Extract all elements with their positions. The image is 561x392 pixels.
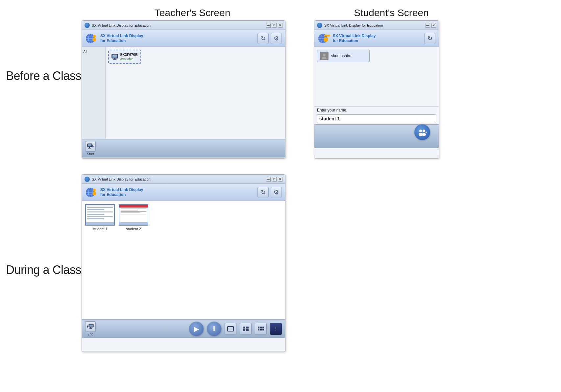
- before-class-label: Before a Class: [6, 69, 81, 83]
- titlebar-text: SX Virtual Link Display for Education: [92, 23, 266, 27]
- svg-rect-42: [89, 325, 93, 327]
- svg-rect-56: [262, 329, 264, 330]
- thumbnail-grid: student 1 student 2: [82, 201, 285, 234]
- device-tile[interactable]: SX3F670B Available: [108, 50, 141, 64]
- device-name-text: SX3F670B: [120, 52, 138, 57]
- during-window-controls[interactable]: — □ ✕: [266, 177, 282, 182]
- svg-point-28: [419, 130, 422, 132]
- monitor-icon: [111, 53, 118, 61]
- student-before-window: SX Virtual Link Display for Education — …: [314, 20, 439, 159]
- teacher-before-app-header: SX Virtual Link Display for Education ↻ …: [82, 30, 285, 47]
- student-screen-heading: Student's Screen: [342, 7, 441, 18]
- student-before-app-header: SX Virtual Link Display for Education ↻: [314, 30, 439, 47]
- end-svg-icon: [87, 324, 94, 330]
- svg-rect-53: [262, 327, 264, 328]
- app-logo-icon: [85, 32, 98, 45]
- refresh-btn[interactable]: ↻: [257, 33, 269, 44]
- svg-point-6: [93, 37, 96, 41]
- teacher-during-app-title: SX Virtual Link Display for Education: [100, 187, 256, 197]
- during-maximize-btn[interactable]: □: [272, 177, 277, 182]
- svg-rect-59: [262, 331, 264, 331]
- enter-name-section: Enter your name.: [314, 106, 439, 124]
- during-close-btn[interactable]: ✕: [278, 177, 282, 182]
- single-view-icon: [227, 326, 234, 331]
- student-before-app-title: SX Virtual Link Display for Education: [333, 34, 422, 43]
- student2-screen-frame: [119, 204, 148, 226]
- avatar-icon: [321, 53, 328, 59]
- teacher-before-window: SX Virtual Link Display for Education — …: [82, 20, 285, 159]
- student2-label: student 2: [126, 227, 141, 231]
- svg-rect-54: [258, 329, 259, 330]
- svg-rect-45: [89, 328, 92, 329]
- grid-view-icon: [242, 326, 249, 331]
- end-icon: [85, 321, 96, 332]
- start-svg-icon: [87, 143, 94, 149]
- svg-rect-50: [246, 329, 249, 331]
- multi-view-icon: [257, 326, 264, 331]
- single-view-btn[interactable]: [225, 323, 236, 335]
- student1-label: student 1: [92, 227, 107, 231]
- device-status-text: Available: [120, 57, 138, 61]
- teacher-before-sidebar: All: [82, 47, 106, 139]
- student-avatar: [320, 52, 329, 60]
- name-input[interactable]: [317, 114, 436, 123]
- end-button[interactable]: End: [85, 321, 96, 336]
- svg-marker-43: [87, 325, 88, 328]
- student-list-item[interactable]: skumashiro: [317, 50, 370, 62]
- end-label: End: [87, 332, 93, 336]
- svg-rect-55: [260, 329, 262, 330]
- grid-view-btn[interactable]: [240, 323, 252, 335]
- teacher-before-titlebar: SX Virtual Link Display for Education — …: [82, 21, 285, 30]
- teacher-before-content: All SX3F670B Available: [82, 47, 285, 139]
- svg-rect-51: [258, 327, 259, 328]
- join-button[interactable]: [414, 124, 430, 140]
- teacher-during-footer: End ▶ ⏸: [82, 319, 285, 338]
- student2-screen-content: [119, 205, 148, 225]
- student-close-btn[interactable]: ✕: [431, 23, 436, 28]
- svg-point-9: [114, 57, 115, 57]
- sidebar-all-label: All: [83, 50, 87, 54]
- start-label: Start: [87, 152, 94, 156]
- student-minimize-btn[interactable]: —: [426, 23, 430, 28]
- close-btn[interactable]: ✕: [278, 23, 282, 28]
- during-titlebar-text: SX Virtual Link Display for Education: [92, 177, 266, 181]
- svg-rect-11: [113, 59, 116, 60]
- start-button[interactable]: Start: [85, 141, 96, 156]
- student-before-titlebar: SX Virtual Link Display for Education — …: [314, 21, 439, 30]
- teacher-during-titlebar: SX Virtual Link Display for Education — …: [82, 175, 285, 184]
- svg-point-25: [324, 37, 328, 42]
- teacher-during-window: SX Virtual Link Display for Education — …: [82, 174, 285, 352]
- svg-rect-57: [258, 331, 259, 331]
- play-button[interactable]: ▶: [189, 322, 204, 336]
- student-app-logo-icon: [318, 32, 330, 45]
- svg-point-24: [328, 35, 330, 37]
- maximize-btn[interactable]: □: [272, 23, 277, 28]
- svg-point-23: [326, 35, 328, 37]
- minimize-btn[interactable]: —: [266, 23, 271, 28]
- window-controls[interactable]: — □ ✕: [266, 23, 282, 28]
- multi-view-btn[interactable]: [255, 323, 267, 335]
- student-window-controls[interactable]: — ✕: [426, 23, 436, 28]
- settings-btn[interactable]: ⚙: [271, 33, 282, 44]
- join-icon: [418, 128, 427, 137]
- during-settings-btn[interactable]: ⚙: [271, 187, 282, 198]
- alert-button[interactable]: !: [270, 323, 282, 335]
- teacher-during-app-header: SX Virtual Link Display for Education ↻ …: [82, 184, 285, 201]
- pause-button[interactable]: ⏸: [207, 322, 221, 336]
- svg-rect-47: [243, 327, 245, 329]
- during-minimize-btn[interactable]: —: [266, 177, 271, 182]
- student1-thumbnail[interactable]: student 1: [85, 204, 115, 231]
- start-icon: [85, 141, 96, 152]
- during-content: student 1 student 2: [82, 201, 285, 319]
- teacher-before-app-title: SX Virtual Link Display for Education: [100, 34, 256, 43]
- student-name: skumashiro: [331, 54, 351, 58]
- svg-point-31: [422, 133, 426, 136]
- during-refresh-btn[interactable]: ↻: [257, 187, 269, 198]
- student-refresh-btn[interactable]: ↻: [424, 33, 435, 44]
- student-before-footer: [314, 124, 439, 148]
- svg-point-40: [93, 191, 96, 195]
- svg-point-27: [322, 57, 327, 59]
- student2-thumbnail[interactable]: student 2: [119, 204, 148, 231]
- svg-rect-52: [260, 327, 262, 328]
- teacher-screen-heading: Teacher's Screen: [143, 7, 242, 18]
